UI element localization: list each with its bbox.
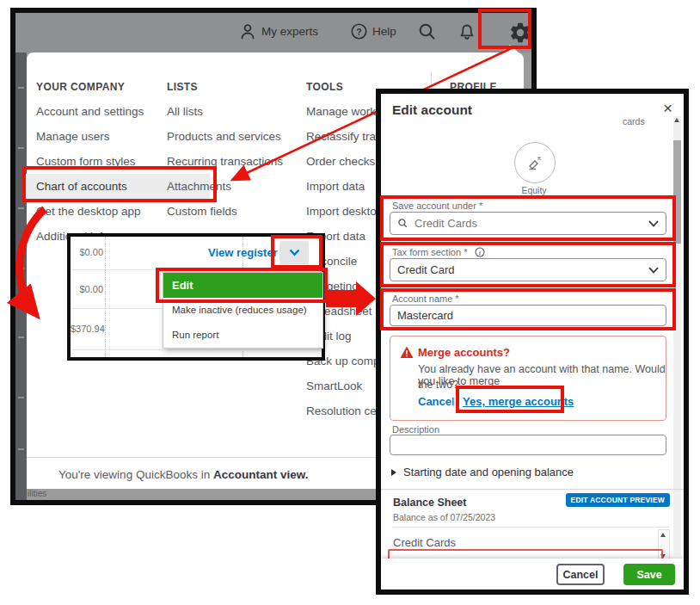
account-name-value: Mastercard [397, 309, 453, 322]
gear-icon[interactable] [508, 21, 532, 45]
description-input[interactable] [390, 435, 666, 455]
starting-date-label: Starting date and opening balance [403, 466, 574, 478]
merge-cancel-link[interactable]: Cancel [418, 395, 455, 408]
balance-cell: $0.00 [71, 247, 103, 257]
edit-account-preview-badge: EDIT ACCOUNT PREVIEW [566, 493, 670, 507]
equity-icon [525, 153, 544, 172]
top-bar: My experts ? Help [15, 13, 531, 52]
chevron-down-icon[interactable] [648, 267, 659, 274]
background-text-fragment: ilities [28, 489, 46, 498]
menu-column-header-your-company: YOUR COMPANY [36, 81, 125, 93]
account-type-fragment: cards [623, 116, 645, 127]
search-icon[interactable] [417, 22, 438, 42]
starting-date-toggle[interactable]: Starting date and opening balance [391, 466, 574, 478]
cancel-button[interactable]: Cancel [556, 564, 605, 585]
scroll-up-icon[interactable] [660, 533, 666, 537]
my-experts-icon[interactable] [237, 22, 258, 42]
warning-body: the two? [418, 379, 458, 391]
svg-text:i: i [480, 250, 482, 256]
balance-cell: $0.00 [71, 284, 103, 294]
tax-form-section-label: Tax form section * i [392, 247, 485, 257]
save-button[interactable]: Save [623, 564, 675, 585]
save-account-under-label: Save account under * [392, 201, 482, 211]
menu-item-edit[interactable]: Edit [163, 273, 322, 298]
table-row-divider [71, 349, 322, 350]
account-name-input[interactable]: Mastercard [390, 305, 666, 326]
preview-account-row: Credit Cards [393, 536, 456, 549]
my-experts-label[interactable]: My experts [261, 25, 318, 38]
tax-form-section-select[interactable]: Credit Card [390, 258, 666, 281]
help-label[interactable]: Help [372, 25, 396, 38]
chart-of-accounts-row-popup: $0.00 $0.00 $370.94 View register Edit M… [67, 233, 325, 361]
tax-form-section-value: Credit Card [397, 263, 454, 276]
yes-merge-accounts-link[interactable]: Yes, merge accounts [463, 395, 574, 408]
bell-icon[interactable] [457, 22, 477, 42]
view-register-link[interactable]: View register [208, 246, 278, 259]
popup-caret [501, 45, 519, 52]
svg-text:?: ? [356, 27, 361, 37]
row-action-dropdown-button[interactable] [279, 241, 309, 264]
merge-accounts-warning: Merge accounts? You already have an acco… [390, 336, 666, 421]
disclosure-triangle-icon [391, 469, 396, 476]
info-icon[interactable]: i [475, 247, 485, 257]
chevron-down-icon[interactable] [648, 220, 659, 227]
help-icon[interactable]: ? [350, 22, 368, 40]
search-icon [397, 218, 408, 229]
menu-column-header-lists: LISTS [167, 81, 198, 93]
preview-subtitle: Balance as of 07/25/2023 [393, 512, 495, 522]
account-name-label: Account name * [392, 293, 459, 304]
preview-divider [393, 527, 670, 528]
save-account-under-combobox[interactable]: Credit Cards [390, 212, 666, 235]
close-icon[interactable]: × [663, 99, 672, 118]
description-label: Description [392, 424, 439, 435]
table-column-divider [105, 237, 106, 357]
menu-item-run-report[interactable]: Run report [163, 323, 322, 348]
warning-title: Merge accounts? [418, 346, 510, 359]
dimmed-sidebar-edge [15, 52, 27, 500]
menu-item-make-inactive[interactable]: Make inactive (reduces usage) [163, 298, 322, 323]
warning-icon [400, 346, 414, 359]
balance-cell: $370.94 [71, 324, 103, 334]
equity-option-label: Equity [506, 185, 562, 195]
scroll-up-icon[interactable] [674, 118, 679, 122]
row-action-menu: Edit Make inactive (reduces usage) Run r… [163, 272, 323, 349]
account-type-equity-option[interactable] [514, 142, 556, 183]
section-divider [381, 489, 684, 490]
dialog-footer: Cancel Save [381, 559, 684, 590]
preview-title: Balance Sheet [393, 497, 466, 509]
link-separator: | [452, 394, 455, 407]
menu-column-header-tools: TOOLS [306, 81, 343, 93]
table-row-divider [71, 269, 322, 270]
edit-account-dialog: Edit account × cards Equity Save account… [376, 89, 689, 595]
scrollbar-thumb[interactable] [673, 140, 681, 244]
save-account-under-value: Credit Cards [414, 217, 477, 230]
dialog-title: Edit account [392, 102, 472, 118]
menu-footer-text: You're viewing QuickBooks in Accountant … [58, 468, 308, 481]
chevron-down-icon [289, 249, 300, 256]
